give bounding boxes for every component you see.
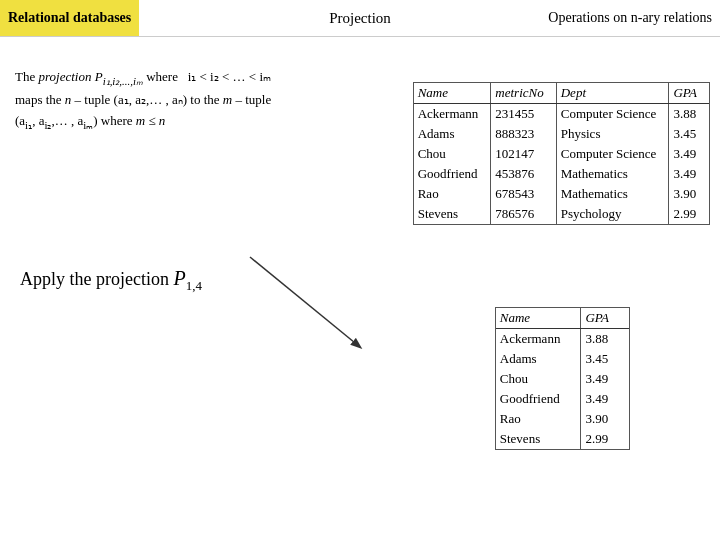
table-cell: Ackermann xyxy=(414,104,491,125)
table-cell: 888323 xyxy=(491,124,556,144)
lower-col-name: Name xyxy=(496,308,581,329)
lower-table-body: Ackermann3.88Adams3.45Chou3.49Goodfriend… xyxy=(496,329,629,450)
table-cell: Mathematics xyxy=(556,164,669,184)
table-cell: 3.49 xyxy=(581,369,629,389)
upper-col-name: Name xyxy=(414,83,491,104)
table-cell: 3.49 xyxy=(669,164,709,184)
table-cell: Rao xyxy=(414,184,491,204)
header-relational-label: Relational databases xyxy=(0,0,139,36)
table-row: Rao3.90 xyxy=(496,409,629,429)
table-row: Chou3.49 xyxy=(496,369,629,389)
table-cell: 3.90 xyxy=(669,184,709,204)
apply-p-label: P xyxy=(173,267,185,289)
table-cell: Goodfriend xyxy=(414,164,491,184)
upper-col-gpa: GPA xyxy=(669,83,709,104)
lower-col-gpa: GPA xyxy=(581,308,629,329)
definition-text: The projection Pi₁,i₂,...,iₘ where i₁ < … xyxy=(10,47,350,144)
table-cell: Stevens xyxy=(496,429,581,449)
table-row: Stevens786576Psychology2.99 xyxy=(414,204,709,224)
table-cell: 3.90 xyxy=(581,409,629,429)
apply-text-label: Apply the projection xyxy=(20,269,173,289)
upper-table-container: Name metricNo Dept GPA Ackermann231455Co… xyxy=(413,82,710,225)
table-cell: 2.99 xyxy=(581,429,629,449)
table-cell: Chou xyxy=(414,144,491,164)
table-cell: Ackermann xyxy=(496,329,581,350)
table-cell: 3.49 xyxy=(669,144,709,164)
table-cell: Computer Science xyxy=(556,104,669,125)
table-cell: 3.88 xyxy=(669,104,709,125)
table-cell: Chou xyxy=(496,369,581,389)
table-row: Ackermann3.88 xyxy=(496,329,629,350)
lower-table: Name GPA Ackermann3.88Adams3.45Chou3.49G… xyxy=(496,308,629,449)
table-cell: 453876 xyxy=(491,164,556,184)
table-cell: Adams xyxy=(496,349,581,369)
main-content: The projection Pi₁,i₂,...,iₘ where i₁ < … xyxy=(0,37,720,154)
table-cell: Physics xyxy=(556,124,669,144)
table-row: Ackermann231455Computer Science3.88 xyxy=(414,104,709,125)
table-row: Adams888323Physics3.45 xyxy=(414,124,709,144)
upper-table-body: Ackermann231455Computer Science3.88Adams… xyxy=(414,104,709,225)
header: Relational databases Projection Operatio… xyxy=(0,0,720,37)
projection-arrow xyxy=(200,247,400,367)
table-row: Goodfriend453876Mathematics3.49 xyxy=(414,164,709,184)
upper-table-header-row: Name metricNo Dept GPA xyxy=(414,83,709,104)
upper-table: Name metricNo Dept GPA Ackermann231455Co… xyxy=(414,83,709,224)
table-row: Chou102147Computer Science3.49 xyxy=(414,144,709,164)
table-row: Rao678543Mathematics3.90 xyxy=(414,184,709,204)
header-projection-label: Projection xyxy=(329,10,391,27)
lower-table-container: Name GPA Ackermann3.88Adams3.45Chou3.49G… xyxy=(495,307,630,450)
table-cell: Computer Science xyxy=(556,144,669,164)
apply-projection-text: Apply the projection P1,4 xyxy=(20,267,202,294)
apply-sub-label: 1,4 xyxy=(186,278,202,293)
table-cell: 2.99 xyxy=(669,204,709,224)
table-cell: 3.45 xyxy=(669,124,709,144)
table-cell: 231455 xyxy=(491,104,556,125)
table-cell: Stevens xyxy=(414,204,491,224)
table-cell: 678543 xyxy=(491,184,556,204)
upper-col-dept: Dept xyxy=(556,83,669,104)
lower-table-header-row: Name GPA xyxy=(496,308,629,329)
table-cell: 3.45 xyxy=(581,349,629,369)
table-cell: 3.49 xyxy=(581,389,629,409)
table-cell: Mathematics xyxy=(556,184,669,204)
table-cell: 3.88 xyxy=(581,329,629,350)
table-cell: 786576 xyxy=(491,204,556,224)
table-row: Adams3.45 xyxy=(496,349,629,369)
header-operations-label: Operations on n-ary relations xyxy=(548,10,712,26)
table-cell: Psychology xyxy=(556,204,669,224)
upper-col-metricno: metricNo xyxy=(491,83,556,104)
svg-line-0 xyxy=(250,257,360,347)
table-row: Goodfriend3.49 xyxy=(496,389,629,409)
table-cell: Rao xyxy=(496,409,581,429)
table-cell: 102147 xyxy=(491,144,556,164)
table-cell: Goodfriend xyxy=(496,389,581,409)
table-cell: Adams xyxy=(414,124,491,144)
table-row: Stevens2.99 xyxy=(496,429,629,449)
